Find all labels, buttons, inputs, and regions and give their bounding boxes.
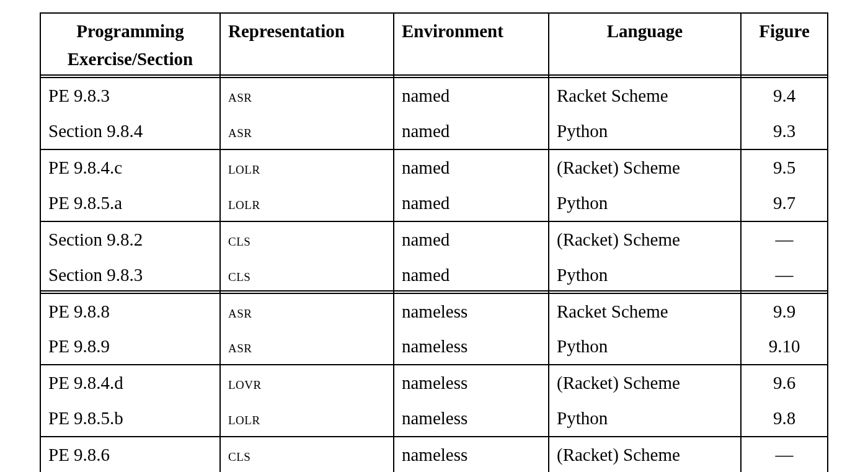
- cell: 9.7: [741, 185, 828, 221]
- table-header-row: Programming Exercise/Section Representat…: [40, 13, 828, 78]
- cell: 9.3: [741, 114, 828, 149]
- header-language: Language: [549, 13, 741, 78]
- cell: nameless: [394, 401, 549, 437]
- cell: PE 9.8.3: [40, 78, 220, 114]
- cell: Racket Scheme: [549, 78, 741, 114]
- cell: PE 9.8.5.b: [40, 401, 220, 437]
- representation-value: asr: [228, 86, 252, 105]
- cell: named: [394, 114, 549, 149]
- cell: named: [394, 185, 549, 221]
- cell: asr: [220, 114, 394, 149]
- table-row: PE 9.8.8asrnamelessRacket Scheme9.9: [40, 293, 828, 329]
- cell: PE 9.8.5.a: [40, 185, 220, 221]
- representation-value: asr: [228, 122, 252, 141]
- cell: Python: [549, 185, 741, 221]
- header-representation: Representation: [220, 13, 394, 78]
- cell: PE 9.8.4.d: [40, 365, 220, 401]
- cell: asr: [220, 329, 394, 365]
- cell: named: [394, 221, 549, 257]
- table-row: PE 9.8.5.blolrnamelessPython9.8: [40, 401, 828, 437]
- cell: 9.9: [741, 293, 828, 329]
- representation-value: asr: [228, 337, 252, 356]
- cell: named: [394, 149, 549, 185]
- representation-value: lolr: [228, 409, 260, 428]
- table-row: PE 9.8.9asrnamelessPython9.10: [40, 329, 828, 365]
- cell: PE 9.8.4.c: [40, 149, 220, 185]
- cell: lolr: [220, 401, 394, 437]
- cell: lovr: [220, 365, 394, 401]
- representation-value: lovr: [228, 373, 262, 393]
- header-exercise-line1: Programming: [76, 21, 184, 41]
- representation-value: lolr: [228, 158, 260, 177]
- header-figure: Figure: [741, 13, 828, 78]
- cell: lolr: [220, 149, 394, 185]
- representation-value: asr: [228, 302, 252, 321]
- representation-value: lolr: [228, 194, 260, 213]
- cell: Python: [549, 401, 741, 437]
- table-body: PE 9.8.3asrnamedRacket Scheme9.4Section …: [40, 78, 828, 472]
- header-environment: Environment: [394, 13, 549, 78]
- cell: asr: [220, 78, 394, 114]
- table-row: Section 9.8.2clsnamed(Racket) Scheme—: [40, 221, 828, 257]
- representation-value: cls: [228, 265, 250, 285]
- header-exercise: Programming Exercise/Section: [40, 13, 220, 78]
- cell: Python: [549, 329, 741, 365]
- cell: (Racket) Scheme: [549, 437, 741, 472]
- table-row: PE 9.8.6clsnameless(Racket) Scheme—: [40, 437, 828, 472]
- cell: —: [741, 437, 828, 472]
- cell: 9.8: [741, 401, 828, 437]
- table-row: PE 9.8.4.clolrnamed(Racket) Scheme9.5: [40, 149, 828, 185]
- cell: nameless: [394, 437, 549, 472]
- cell: cls: [220, 437, 394, 472]
- programming-exercises-table: Programming Exercise/Section Representat…: [40, 12, 828, 472]
- cell: lolr: [220, 185, 394, 221]
- table-row: Section 9.8.4asrnamedPython9.3: [40, 114, 828, 149]
- cell: Section 9.8.3: [40, 257, 220, 293]
- table-container: Programming Exercise/Section Representat…: [40, 12, 828, 472]
- cell: 9.6: [741, 365, 828, 401]
- representation-value: cls: [228, 445, 250, 465]
- cell: named: [394, 78, 549, 114]
- cell: Racket Scheme: [549, 293, 741, 329]
- cell: —: [741, 257, 828, 293]
- cell: Python: [549, 114, 741, 149]
- cell: (Racket) Scheme: [549, 149, 741, 185]
- cell: PE 9.8.8: [40, 293, 220, 329]
- cell: nameless: [394, 329, 549, 365]
- cell: PE 9.8.6: [40, 437, 220, 472]
- cell: nameless: [394, 365, 549, 401]
- cell: 9.4: [741, 78, 828, 114]
- table-row: PE 9.8.5.alolrnamedPython9.7: [40, 185, 828, 221]
- cell: (Racket) Scheme: [549, 365, 741, 401]
- cell: Section 9.8.4: [40, 114, 220, 149]
- table-row: PE 9.8.3asrnamedRacket Scheme9.4: [40, 78, 828, 114]
- cell: cls: [220, 221, 394, 257]
- cell: nameless: [394, 293, 549, 329]
- cell: —: [741, 221, 828, 257]
- cell: Python: [549, 257, 741, 293]
- cell: (Racket) Scheme: [549, 221, 741, 257]
- cell: cls: [220, 257, 394, 293]
- cell: PE 9.8.9: [40, 329, 220, 365]
- cell: Section 9.8.2: [40, 221, 220, 257]
- cell: 9.5: [741, 149, 828, 185]
- cell: asr: [220, 293, 394, 329]
- header-exercise-line2: Exercise/Section: [68, 49, 193, 69]
- cell: 9.10: [741, 329, 828, 365]
- table-row: PE 9.8.4.dlovrnameless(Racket) Scheme9.6: [40, 365, 828, 401]
- table-row: Section 9.8.3clsnamedPython—: [40, 257, 828, 293]
- cell: named: [394, 257, 549, 293]
- representation-value: cls: [228, 230, 250, 249]
